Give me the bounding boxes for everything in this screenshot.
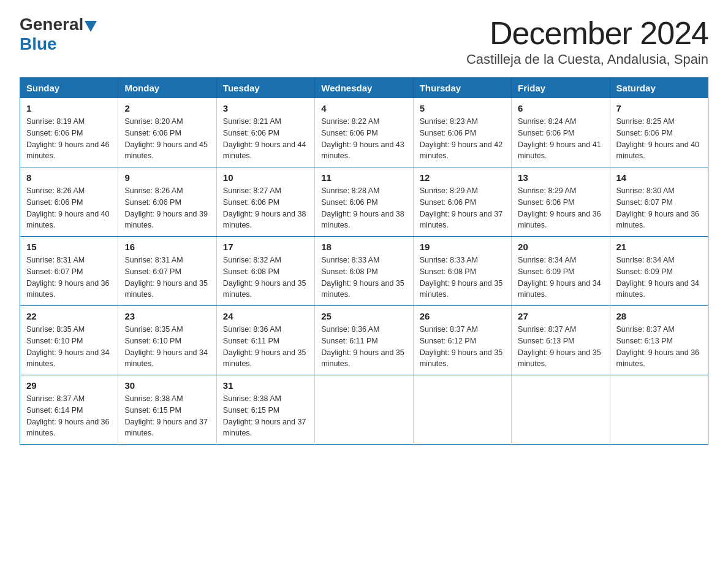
day-info: Sunrise: 8:31 AMSunset: 6:07 PMDaylight:… (124, 255, 210, 301)
day-info: Sunrise: 8:33 AMSunset: 6:08 PMDaylight:… (321, 255, 406, 301)
day-info: Sunrise: 8:20 AMSunset: 6:06 PMDaylight:… (124, 116, 210, 162)
day-number: 17 (223, 242, 308, 252)
calendar-cell: 1Sunrise: 8:19 AMSunset: 6:06 PMDaylight… (20, 98, 118, 167)
day-number: 18 (321, 242, 406, 252)
calendar-cell: 2Sunrise: 8:20 AMSunset: 6:06 PMDaylight… (118, 98, 216, 167)
calendar-week-row: 1Sunrise: 8:19 AMSunset: 6:06 PMDaylight… (20, 98, 708, 167)
calendar-cell: 30Sunrise: 8:38 AMSunset: 6:15 PMDayligh… (118, 375, 216, 445)
calendar-cell: 22Sunrise: 8:35 AMSunset: 6:10 PMDayligh… (20, 306, 118, 375)
calendar-cell: 12Sunrise: 8:29 AMSunset: 6:06 PMDayligh… (413, 167, 511, 237)
day-number: 26 (420, 311, 505, 321)
calendar-cell: 8Sunrise: 8:26 AMSunset: 6:06 PMDaylight… (20, 167, 118, 237)
calendar-cell: 31Sunrise: 8:38 AMSunset: 6:15 PMDayligh… (216, 375, 314, 445)
calendar-week-row: 8Sunrise: 8:26 AMSunset: 6:06 PMDaylight… (20, 167, 708, 237)
day-number: 8 (26, 172, 112, 183)
day-info: Sunrise: 8:38 AMSunset: 6:15 PMDaylight:… (223, 393, 308, 439)
calendar-cell (413, 375, 511, 445)
day-number: 11 (321, 172, 406, 183)
calendar-cell: 16Sunrise: 8:31 AMSunset: 6:07 PMDayligh… (118, 237, 216, 306)
day-number: 29 (26, 380, 112, 391)
day-info: Sunrise: 8:26 AMSunset: 6:06 PMDaylight:… (124, 185, 210, 231)
calendar-cell (315, 375, 413, 445)
day-info: Sunrise: 8:37 AMSunset: 6:12 PMDaylight:… (420, 324, 505, 370)
day-number: 10 (223, 172, 308, 183)
day-number: 7 (616, 103, 702, 113)
day-info: Sunrise: 8:35 AMSunset: 6:10 PMDaylight:… (124, 324, 210, 370)
calendar-table: SundayMondayTuesdayWednesdayThursdayFrid… (20, 77, 708, 445)
calendar-cell: 4Sunrise: 8:22 AMSunset: 6:06 PMDaylight… (315, 98, 413, 167)
calendar-cell: 13Sunrise: 8:29 AMSunset: 6:06 PMDayligh… (512, 167, 610, 237)
day-info: Sunrise: 8:32 AMSunset: 6:08 PMDaylight:… (223, 255, 308, 301)
day-info: Sunrise: 8:30 AMSunset: 6:07 PMDaylight:… (616, 185, 702, 231)
calendar-cell (610, 375, 708, 445)
calendar-cell: 3Sunrise: 8:21 AMSunset: 6:06 PMDaylight… (216, 98, 314, 167)
calendar-cell: 5Sunrise: 8:23 AMSunset: 6:06 PMDaylight… (413, 98, 511, 167)
calendar-cell: 14Sunrise: 8:30 AMSunset: 6:07 PMDayligh… (610, 167, 708, 237)
day-number: 1 (26, 103, 112, 113)
day-info: Sunrise: 8:38 AMSunset: 6:15 PMDaylight:… (124, 393, 210, 439)
calendar-cell: 21Sunrise: 8:34 AMSunset: 6:09 PMDayligh… (610, 237, 708, 306)
column-header-thursday: Thursday (413, 78, 511, 99)
day-number: 20 (518, 242, 603, 252)
day-info: Sunrise: 8:37 AMSunset: 6:13 PMDaylight:… (616, 324, 702, 370)
column-header-tuesday: Tuesday (216, 78, 314, 99)
day-number: 3 (223, 103, 308, 113)
day-number: 25 (321, 311, 406, 321)
calendar-week-row: 15Sunrise: 8:31 AMSunset: 6:07 PMDayligh… (20, 237, 708, 306)
day-info: Sunrise: 8:25 AMSunset: 6:06 PMDaylight:… (616, 116, 702, 162)
day-number: 16 (124, 242, 210, 252)
day-info: Sunrise: 8:22 AMSunset: 6:06 PMDaylight:… (321, 116, 406, 162)
day-number: 5 (420, 103, 505, 113)
day-info: Sunrise: 8:36 AMSunset: 6:11 PMDaylight:… (321, 324, 406, 370)
calendar-cell: 7Sunrise: 8:25 AMSunset: 6:06 PMDaylight… (610, 98, 708, 167)
day-number: 14 (616, 172, 702, 183)
column-header-monday: Monday (118, 78, 216, 99)
day-number: 30 (124, 380, 210, 391)
day-info: Sunrise: 8:28 AMSunset: 6:06 PMDaylight:… (321, 185, 406, 231)
day-number: 22 (26, 311, 112, 321)
day-info: Sunrise: 8:33 AMSunset: 6:08 PMDaylight:… (420, 255, 505, 301)
day-info: Sunrise: 8:24 AMSunset: 6:06 PMDaylight:… (518, 116, 603, 162)
page-subtitle: Castilleja de la Cuesta, Andalusia, Spai… (466, 52, 708, 67)
day-number: 28 (616, 311, 702, 321)
page-header: General Blue December 2024 Castilleja de… (20, 15, 708, 67)
day-number: 31 (223, 380, 308, 391)
calendar-cell: 18Sunrise: 8:33 AMSunset: 6:08 PMDayligh… (315, 237, 413, 306)
day-info: Sunrise: 8:37 AMSunset: 6:14 PMDaylight:… (26, 393, 112, 439)
calendar-cell: 29Sunrise: 8:37 AMSunset: 6:14 PMDayligh… (20, 375, 118, 445)
day-number: 6 (518, 103, 603, 113)
day-info: Sunrise: 8:34 AMSunset: 6:09 PMDaylight:… (616, 255, 702, 301)
day-info: Sunrise: 8:23 AMSunset: 6:06 PMDaylight:… (420, 116, 505, 162)
page-title: December 2024 (466, 15, 708, 52)
day-info: Sunrise: 8:36 AMSunset: 6:11 PMDaylight:… (223, 324, 308, 370)
calendar-week-row: 22Sunrise: 8:35 AMSunset: 6:10 PMDayligh… (20, 306, 708, 375)
day-info: Sunrise: 8:37 AMSunset: 6:13 PMDaylight:… (518, 324, 603, 370)
column-header-wednesday: Wednesday (315, 78, 413, 99)
calendar-cell: 28Sunrise: 8:37 AMSunset: 6:13 PMDayligh… (610, 306, 708, 375)
day-info: Sunrise: 8:26 AMSunset: 6:06 PMDaylight:… (26, 185, 112, 231)
title-block: December 2024 Castilleja de la Cuesta, A… (466, 15, 708, 67)
calendar-header-row: SundayMondayTuesdayWednesdayThursdayFrid… (20, 78, 708, 99)
day-info: Sunrise: 8:35 AMSunset: 6:10 PMDaylight:… (26, 324, 112, 370)
day-number: 2 (124, 103, 210, 113)
column-header-saturday: Saturday (610, 78, 708, 99)
day-info: Sunrise: 8:29 AMSunset: 6:06 PMDaylight:… (518, 185, 603, 231)
logo-blue-text: Blue (20, 34, 57, 53)
day-info: Sunrise: 8:31 AMSunset: 6:07 PMDaylight:… (26, 255, 112, 301)
day-number: 9 (124, 172, 210, 183)
column-header-sunday: Sunday (20, 78, 118, 99)
day-number: 12 (420, 172, 505, 183)
calendar-cell: 6Sunrise: 8:24 AMSunset: 6:06 PMDaylight… (512, 98, 610, 167)
logo: General Blue (20, 15, 98, 54)
calendar-cell (512, 375, 610, 445)
calendar-cell: 17Sunrise: 8:32 AMSunset: 6:08 PMDayligh… (216, 237, 314, 306)
calendar-cell: 11Sunrise: 8:28 AMSunset: 6:06 PMDayligh… (315, 167, 413, 237)
calendar-cell: 24Sunrise: 8:36 AMSunset: 6:11 PMDayligh… (216, 306, 314, 375)
day-number: 13 (518, 172, 603, 183)
calendar-cell: 9Sunrise: 8:26 AMSunset: 6:06 PMDaylight… (118, 167, 216, 237)
calendar-cell: 25Sunrise: 8:36 AMSunset: 6:11 PMDayligh… (315, 306, 413, 375)
calendar-cell: 23Sunrise: 8:35 AMSunset: 6:10 PMDayligh… (118, 306, 216, 375)
day-number: 23 (124, 311, 210, 321)
day-info: Sunrise: 8:19 AMSunset: 6:06 PMDaylight:… (26, 116, 112, 162)
calendar-cell: 20Sunrise: 8:34 AMSunset: 6:09 PMDayligh… (512, 237, 610, 306)
